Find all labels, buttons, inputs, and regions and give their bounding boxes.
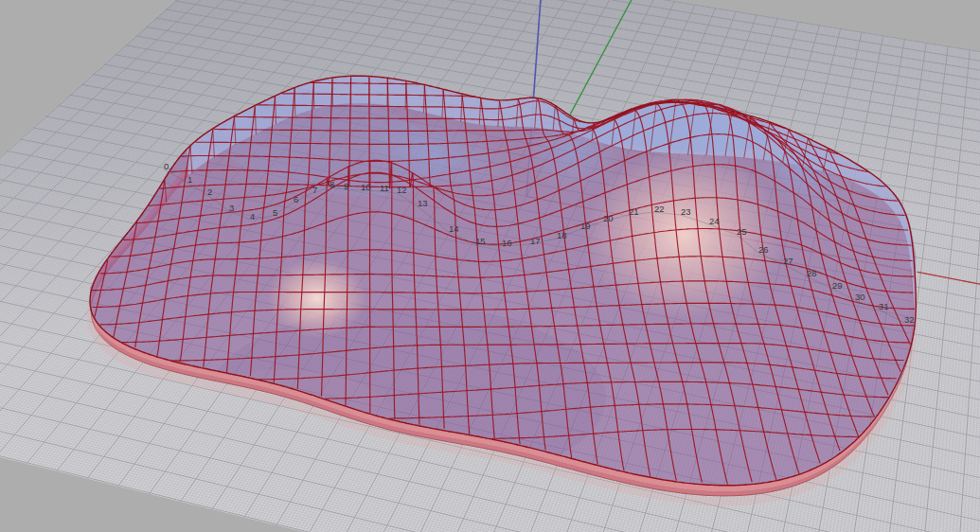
svg-text:29: 29 [832,280,843,291]
svg-text:17: 17 [530,236,541,246]
svg-text:7: 7 [312,185,317,195]
svg-text:9: 9 [344,181,348,191]
svg-text:4: 4 [250,211,255,222]
svg-text:21: 21 [629,206,639,217]
svg-text:8: 8 [330,179,334,189]
svg-text:14: 14 [449,223,459,234]
svg-text:26: 26 [758,244,769,255]
svg-text:12: 12 [397,185,407,195]
svg-text:16: 16 [502,238,512,248]
svg-text:32: 32 [904,314,915,325]
svg-text:24: 24 [709,216,720,226]
svg-text:22: 22 [654,204,665,214]
svg-text:15: 15 [475,236,486,246]
svg-text:11: 11 [380,183,389,193]
svg-text:20: 20 [603,213,614,223]
svg-text:18: 18 [557,230,567,240]
svg-text:1: 1 [187,174,192,185]
svg-text:31: 31 [879,301,889,311]
svg-text:3: 3 [229,203,234,213]
svg-text:25: 25 [737,226,747,237]
svg-text:27: 27 [783,256,793,266]
svg-text:0: 0 [164,161,169,171]
svg-text:30: 30 [855,292,865,302]
svg-text:5: 5 [273,207,277,218]
svg-text:13: 13 [418,198,428,208]
svg-text:2: 2 [207,186,212,197]
svg-text:10: 10 [361,182,371,192]
svg-text:19: 19 [580,221,591,231]
svg-text:28: 28 [807,268,817,278]
svg-text:23: 23 [681,206,691,217]
svg-text:6: 6 [294,194,298,204]
